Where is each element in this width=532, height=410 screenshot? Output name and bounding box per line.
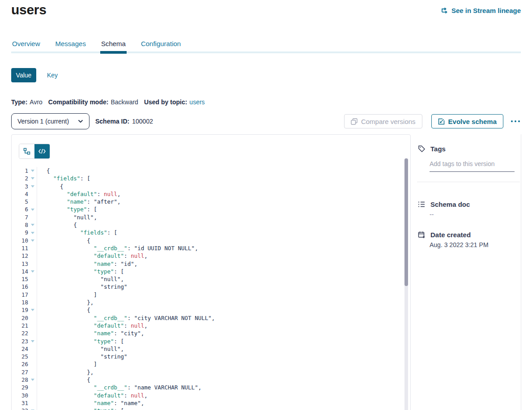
compare-versions-label: Compare versions — [361, 118, 416, 125]
schema-doc-section-header: Schema doc — [418, 201, 470, 208]
code-line: 16 "string" — [12, 283, 404, 290]
schema-id-label: Schema ID: — [95, 118, 129, 125]
more-actions-button[interactable] — [510, 118, 521, 125]
date-created-value: Aug. 3 2022 3:21 PM — [430, 241, 489, 248]
type-value: Avro — [30, 98, 43, 106]
code-line: 26 ] — [12, 360, 404, 368]
code-line: 19 { — [12, 306, 404, 314]
meta-used-by-topic: Used by topic: users — [144, 98, 205, 106]
type-label: Type: — [11, 98, 27, 106]
code-line: 24 "null", — [12, 345, 404, 353]
code-text: "null", — [37, 275, 404, 283]
tree-view-button[interactable] — [19, 144, 34, 158]
fold-toggle-icon[interactable] — [28, 229, 37, 236]
code-text: { — [37, 221, 404, 229]
schema-sidebar: Tags Schema doc -- Date created Aug. 3 2… — [416, 134, 521, 410]
sidebar-divider — [417, 182, 520, 182]
code-view-button[interactable] — [34, 144, 50, 158]
scrollbar-thumb[interactable] — [404, 158, 408, 286]
fold-toggle-icon[interactable] — [28, 183, 37, 190]
fold-spacer — [28, 299, 37, 306]
value-toggle-button[interactable]: Value — [11, 68, 36, 82]
code-line: 32 "type": [ — [12, 407, 404, 410]
code-line: 4 "default": null, — [12, 190, 404, 198]
line-number: 15 — [12, 275, 28, 283]
tab-schema[interactable]: Schema — [100, 40, 127, 51]
line-number: 28 — [12, 376, 28, 384]
line-number: 30 — [12, 392, 28, 399]
fold-spacer — [28, 190, 37, 198]
tags-section-header: Tags — [418, 145, 446, 153]
dot-icon — [515, 120, 516, 122]
version-dropdown[interactable]: Version 1 (current) — [11, 113, 89, 129]
stream-lineage-icon — [441, 7, 448, 14]
line-number: 2 — [12, 175, 28, 182]
tab-messages[interactable]: Messages — [55, 40, 87, 51]
code-line: 29 "__crdb__": "name VARCHAR NULL", — [12, 384, 404, 391]
code-editor-content[interactable]: 1{2 "fields": [3 {4 "default": null,5 "n… — [12, 167, 404, 410]
fold-spacer — [28, 283, 37, 290]
dot-icon — [511, 120, 513, 122]
line-number: 8 — [12, 221, 28, 229]
add-tags-input[interactable] — [430, 160, 515, 172]
line-number: 5 — [12, 198, 28, 205]
code-text: ] — [37, 291, 404, 299]
fold-spacer — [28, 314, 37, 322]
fold-toggle-icon[interactable] — [28, 221, 37, 229]
code-line: 15 "null", — [12, 275, 404, 283]
meta-type: Type: Avro — [11, 98, 43, 106]
used-by-topic-label: Used by topic: — [144, 98, 187, 106]
schema-id: Schema ID: 100002 — [95, 118, 153, 125]
see-in-stream-lineage-link[interactable]: See in Stream lineage — [441, 7, 521, 14]
fold-toggle-icon[interactable] — [28, 306, 37, 314]
line-number: 4 — [12, 190, 28, 198]
compatibility-value: Backward — [111, 98, 138, 106]
fold-toggle-icon[interactable] — [28, 376, 37, 384]
code-line: 30 "default": null, — [12, 392, 404, 399]
line-number: 21 — [12, 322, 28, 329]
tree-view-icon — [23, 148, 30, 155]
code-line: 25 "string" — [12, 353, 404, 360]
tab-overview[interactable]: Overview — [11, 40, 41, 51]
code-text: }, — [37, 368, 404, 376]
code-text: "name": "city", — [37, 329, 404, 337]
line-number: 26 — [12, 360, 28, 368]
fold-spacer — [28, 275, 37, 283]
code-line: 18 }, — [12, 299, 404, 306]
compare-versions-button[interactable]: Compare versions — [344, 114, 422, 128]
line-number: 14 — [12, 268, 28, 275]
line-number: 7 — [12, 214, 28, 221]
line-number: 12 — [12, 252, 28, 260]
fold-toggle-icon[interactable] — [28, 167, 37, 175]
version-dropdown-value: Version 1 (current) — [17, 118, 69, 125]
fold-toggle-icon[interactable] — [28, 268, 37, 275]
code-text: "default": null, — [37, 190, 404, 198]
line-number: 27 — [12, 368, 28, 376]
code-text: "name": "name", — [37, 399, 404, 407]
fold-toggle-icon[interactable] — [28, 205, 37, 213]
code-view-icon — [38, 149, 46, 154]
line-number: 19 — [12, 306, 28, 314]
code-line: 1{ — [12, 167, 404, 175]
fold-toggle-icon[interactable] — [28, 237, 37, 244]
code-text: "name": "id", — [37, 260, 404, 268]
list-icon — [418, 201, 426, 208]
key-toggle-button[interactable]: Key — [47, 72, 58, 79]
tab-configuration[interactable]: Configuration — [140, 40, 182, 51]
editor-scrollbar[interactable] — [404, 158, 408, 410]
code-line: 9 "fields": [ — [12, 229, 404, 236]
code-text: "null", — [37, 214, 404, 221]
evolve-schema-button[interactable]: Evolve schema — [431, 114, 503, 128]
compatibility-label: Compatibility mode: — [48, 98, 109, 106]
code-text: "string" — [37, 353, 404, 360]
code-line: 8 { — [12, 221, 404, 229]
fold-toggle-icon[interactable] — [28, 175, 37, 182]
fold-spacer — [28, 384, 37, 391]
line-number: 1 — [12, 167, 28, 175]
topic-link[interactable]: users — [189, 98, 204, 106]
fold-toggle-icon[interactable] — [28, 337, 37, 345]
code-line: 10 { — [12, 237, 404, 244]
fold-toggle-icon[interactable] — [28, 407, 37, 410]
code-line: 28 { — [12, 376, 404, 384]
line-number: 6 — [12, 205, 28, 213]
